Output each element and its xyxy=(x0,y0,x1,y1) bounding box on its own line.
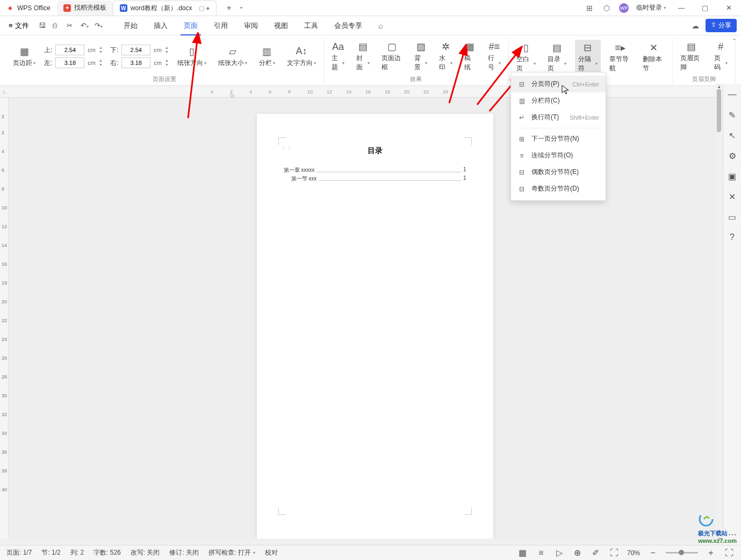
zoom-in-icon[interactable]: + xyxy=(706,548,716,558)
spinner[interactable]: ▲▼ xyxy=(165,46,169,54)
margin-bottom-input[interactable] xyxy=(121,45,150,55)
tab-templates[interactable]: ✦ 找稻壳模板 xyxy=(57,1,113,16)
fit-width-icon[interactable]: ⛶ xyxy=(609,548,620,558)
web-view-icon[interactable]: ⊕ xyxy=(572,548,583,558)
book-icon[interactable]: ▭ xyxy=(727,212,738,222)
cursor-icon[interactable]: ↖ xyxy=(727,130,738,141)
even-page-section-break-item[interactable]: ⊟ 偶数页分节符(E) xyxy=(511,164,606,180)
spinner[interactable]: ▲▼ xyxy=(165,59,169,67)
file-menu-button[interactable]: ≡ 文件 xyxy=(4,19,33,33)
word-count[interactable]: 字数: 526 xyxy=(93,548,121,557)
fullscreen-icon[interactable]: ⛶ xyxy=(724,548,735,558)
delete-section-button[interactable]: ✕ 删除本节 xyxy=(639,40,668,75)
spellcheck-status[interactable]: 拼写检查: 打开 ▾ xyxy=(208,548,255,557)
page-number-button[interactable]: # 页码▾ xyxy=(711,39,731,74)
paper-size-button[interactable]: ▱ 纸张大小▾ xyxy=(215,43,250,70)
read-view-icon[interactable]: ▷ xyxy=(554,548,565,558)
page-layout-view-icon[interactable]: ▦ xyxy=(517,548,528,558)
tab-review[interactable]: 审阅 xyxy=(241,17,261,35)
document-page[interactable]: ⋮⋮ 目录 第一章 xxxxx 1 第一节 xxx 1 xyxy=(257,114,493,539)
user-avatar[interactable]: WP xyxy=(619,3,629,13)
next-page-section-break-item[interactable]: ⊞ 下一页分节符(N) xyxy=(511,130,606,147)
document-area[interactable]: ⋮⋮ 目录 第一章 xxxxx 1 第一节 xxx 1 xyxy=(9,98,741,539)
share-button[interactable]: ⇧ 分享 xyxy=(706,19,737,32)
chapter-nav-button[interactable]: ≡▸ 章节导航 xyxy=(606,40,635,75)
cover-button[interactable]: ▤ 封面▾ xyxy=(353,39,372,74)
undo-icon[interactable]: ↶▾ xyxy=(81,21,89,30)
screen-icon[interactable]: ▢ xyxy=(199,5,204,12)
header-footer-button[interactable]: ▤ 页眉页脚 xyxy=(677,39,706,74)
manuscript-button[interactable]: ▦ 稿纸 xyxy=(461,39,479,74)
line-number-button[interactable]: #≡ 行号▾ xyxy=(485,39,504,74)
columns-button[interactable]: ▥ 分栏▾ xyxy=(256,43,278,70)
image-icon[interactable]: ▣ xyxy=(727,171,738,181)
section-indicator[interactable]: 节: 1/2 xyxy=(41,548,60,557)
toc-entry-2[interactable]: 第一节 xxx 1 xyxy=(284,175,466,183)
cube-icon[interactable]: ⬡ xyxy=(602,3,611,13)
toc-page-button[interactable]: ▤ 目录页▾ xyxy=(544,40,570,75)
pen-mode-icon[interactable]: ✐ xyxy=(591,548,601,558)
zoom-out-icon[interactable]: − xyxy=(648,548,658,558)
zoom-level[interactable]: 70% xyxy=(627,549,640,557)
margins-button[interactable]: ▦ 页边距▾ xyxy=(10,43,39,70)
redo-icon[interactable]: ↷▾ xyxy=(95,21,103,30)
ribbon-collapse-icon[interactable]: ⌃ xyxy=(732,38,737,45)
vertical-ruler[interactable]: 2 2 4 6 8 10 12 14 16 18 20 22 24 26 28 … xyxy=(0,98,9,539)
minimize-button[interactable]: — xyxy=(673,0,689,16)
page-indicator[interactable]: 页面: 1/7 xyxy=(6,548,32,557)
blank-page-button[interactable]: ▯ 空白页▾ xyxy=(513,40,539,75)
cloud-icon[interactable]: ☁ xyxy=(690,21,700,31)
dot-icon[interactable]: ● xyxy=(206,5,210,11)
page-border-button[interactable]: ▢ 页面边框 xyxy=(378,39,406,74)
tab-member[interactable]: 会员专享 xyxy=(331,17,365,35)
login-button[interactable]: 临时登录 ▾ xyxy=(636,3,666,12)
overwrite-mode[interactable]: 改写: 关闭 xyxy=(131,548,160,557)
tab-view[interactable]: 视图 xyxy=(271,17,291,35)
line-break-item[interactable]: ↵ 换行符(T) Shift+Enter xyxy=(511,109,606,126)
toc-entry-1[interactable]: 第一章 xxxxx 1 xyxy=(284,166,466,174)
margin-top-input[interactable] xyxy=(55,45,84,55)
save-icon[interactable]: 🖫 xyxy=(39,21,47,30)
spinner[interactable]: ▲▼ xyxy=(99,46,103,54)
print-icon[interactable]: ⎙ xyxy=(53,21,61,30)
tab-document[interactable]: W word教程（新）.docx ▢ ● xyxy=(113,1,217,16)
odd-page-section-break-item[interactable]: ⊟ 奇数页分节符(D) xyxy=(511,180,606,197)
close-button[interactable]: ✕ xyxy=(721,0,737,16)
tab-page[interactable]: 页面 xyxy=(181,17,201,35)
theme-button[interactable]: Aa 主题▾ xyxy=(328,39,348,74)
proofread-button[interactable]: 校对 xyxy=(265,548,278,557)
tools-icon[interactable]: ✕ xyxy=(727,191,738,202)
breaks-button[interactable]: ⊟ 分隔符▾ xyxy=(575,40,601,75)
tab-overflow-chevron[interactable]: ▾ xyxy=(240,5,242,10)
margin-left-input[interactable] xyxy=(55,57,84,68)
orientation-button[interactable]: ▯ 纸张方向▾ xyxy=(174,43,210,70)
column-indicator[interactable]: 列: 2 xyxy=(70,548,84,557)
vertical-scrollbar[interactable]: ▴ ▾ ▿ xyxy=(716,84,722,545)
tab-references[interactable]: 引用 xyxy=(211,17,231,35)
tab-wps-office[interactable]: ◆ WPS Office xyxy=(0,1,57,16)
document-title[interactable]: 目录 xyxy=(284,146,466,156)
tab-home[interactable]: 开始 xyxy=(120,17,141,35)
revision-mode[interactable]: 修订: 关闭 xyxy=(169,548,199,557)
watermark-button[interactable]: ✲ 水印▾ xyxy=(436,39,455,74)
outline-view-icon[interactable]: ≡ xyxy=(536,548,546,558)
scrollbar-thumb[interactable] xyxy=(717,89,721,132)
margin-right-input[interactable] xyxy=(121,57,150,68)
column-break-item[interactable]: ▥ 分栏符(C) xyxy=(511,92,606,109)
drag-handle-icon[interactable]: ⋮⋮ xyxy=(280,145,292,152)
tab-insert[interactable]: 插入 xyxy=(150,17,171,35)
help-icon[interactable]: ? xyxy=(727,232,738,243)
settings-icon[interactable]: ⚙ xyxy=(727,150,738,161)
maximize-button[interactable]: ▢ xyxy=(697,0,713,16)
continuous-section-break-item[interactable]: ≡ 连续分节符(O) xyxy=(511,147,606,164)
layout-icon[interactable]: ⊞ xyxy=(585,3,594,13)
text-direction-button[interactable]: A↕ 文字方向▾ xyxy=(284,43,319,70)
zoom-slider[interactable] xyxy=(666,552,698,554)
spinner[interactable]: ▲▼ xyxy=(99,59,103,67)
cut-icon[interactable]: ✂ xyxy=(67,21,75,30)
background-button[interactable]: ▨ 背景▾ xyxy=(411,39,430,74)
search-icon[interactable]: ⌕ xyxy=(378,21,383,30)
tab-tools[interactable]: 工具 xyxy=(301,17,321,35)
new-tab-button[interactable]: + xyxy=(221,2,237,14)
pencil-icon[interactable]: ✎ xyxy=(727,110,738,120)
